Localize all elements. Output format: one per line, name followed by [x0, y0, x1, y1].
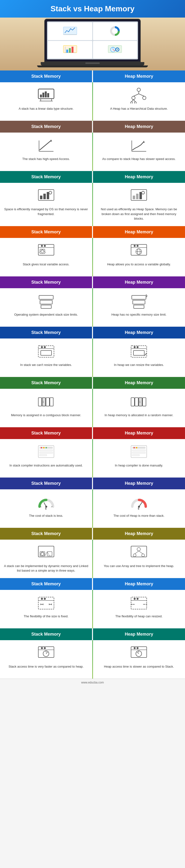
svg-text:1: 1: [139, 401, 141, 403]
left-cell-10: The flexibility of the size is fixed.: [0, 590, 92, 628]
left-header-0: Stack Memory: [0, 70, 92, 82]
svg-line-61: [43, 249, 46, 253]
svg-rect-98: [142, 398, 146, 406]
right-text-3: Heap allows you to access a variable glo…: [107, 262, 171, 267]
right-header-6: Heap Memory: [93, 377, 185, 389]
svg-point-27: [132, 96, 135, 100]
right-header-9: Heap Memory: [93, 528, 185, 539]
left-cell-3: Stack gives local variable access.: [0, 238, 92, 276]
content-row-4: Operating system dependent stack size li…: [0, 288, 185, 327]
svg-rect-110: [132, 450, 146, 451]
right-text-7: In heap compiler is done manually.: [115, 463, 163, 468]
svg-line-161: [46, 652, 48, 654]
right-cell-5: In heap we can resize the variables.: [93, 339, 185, 377]
right-cell-2: Not used as efficiently as Heap Space. M…: [93, 183, 185, 226]
left-text-9: A stack can be implemented by dynamic me…: [4, 564, 89, 573]
right-icon-2: [129, 188, 149, 205]
left-text-0: A stack has a linear data type structure…: [19, 106, 74, 111]
svg-point-158: [44, 647, 46, 649]
left-header-3: Stack Memory: [0, 226, 92, 238]
page-title: Stack vs Heap Memory: [0, 0, 185, 18]
right-cell-8: $ The cost of Heap is more than stack.: [93, 489, 185, 528]
left-icon-5: [36, 343, 56, 360]
right-icon-6: 1: [129, 394, 149, 410]
svg-text:$: $: [45, 507, 47, 510]
svg-text:$: $: [138, 507, 139, 510]
svg-point-113: [133, 447, 135, 448]
svg-line-30: [133, 100, 135, 102]
left-cell-2: Space is efficiently managed by OS so th…: [0, 183, 92, 226]
svg-rect-70: [39, 296, 53, 299]
content-row-9: A stack can be implemented by dynamic me…: [0, 539, 185, 578]
section-header-9: Stack MemoryHeap Memory: [0, 528, 185, 539]
content-row-3: Stack gives local variable access. Heap …: [0, 238, 185, 276]
content-row-11: Stack access time is very faster as comp…: [0, 640, 185, 679]
svg-point-80: [41, 346, 43, 348]
right-icon-10: [129, 595, 149, 612]
left-icon-6: 1: [36, 394, 56, 410]
svg-rect-6: [66, 50, 68, 53]
svg-point-31: [131, 102, 132, 103]
left-icon-2: [36, 188, 56, 205]
svg-line-26: [139, 94, 144, 96]
svg-line-133: [135, 551, 139, 554]
left-cell-8: $ The cost of stack is less.: [0, 489, 92, 528]
left-cell-6: 1 Memory is assigned in a contiguous blo…: [0, 389, 92, 427]
svg-rect-8: [72, 47, 74, 53]
svg-point-85: [134, 346, 136, 348]
right-icon-0: [129, 87, 149, 104]
right-text-0: A Heap has a Hierarchical Data structure…: [110, 106, 168, 111]
right-header-5: Heap Memory: [93, 327, 185, 339]
right-header-10: Heap Memory: [93, 578, 185, 590]
svg-point-57: [41, 245, 43, 247]
content-row-5: In stack we can't resize the variables. …: [0, 339, 185, 377]
right-cell-6: 1 In heap memory is allocated in a rando…: [93, 389, 185, 427]
section-header-4: Stack MemoryHeap Memory: [0, 276, 185, 288]
right-text-5: In heap we can resize the variables.: [114, 363, 164, 367]
content-row-7: In stack compiler instructions are autom…: [0, 439, 185, 477]
left-text-3: Stack gives local variable access.: [23, 262, 70, 267]
svg-rect-87: [133, 350, 144, 355]
right-icon-11: [129, 645, 149, 662]
right-cell-9: You can use Array and tree to implement …: [93, 539, 185, 578]
svg-marker-35: [50, 140, 52, 142]
section-header-1: Stack MemoryHeap Memory: [0, 121, 185, 132]
left-header-4: Stack Memory: [0, 276, 92, 288]
right-text-6: In heap memory is allocated in a random …: [105, 413, 173, 417]
left-text-5: In stack we can't resize the variables.: [20, 363, 72, 367]
right-header-11: Heap Memory: [93, 628, 185, 640]
right-header-8: Heap Memory: [93, 477, 185, 489]
svg-line-62: [39, 249, 43, 253]
svg-point-81: [44, 346, 46, 348]
left-icon-1: [36, 137, 56, 154]
content-row-6: 1 Memory is assigned in a contiguous blo…: [0, 389, 185, 427]
svg-point-139: [41, 598, 43, 600]
right-cell-10: The flexibility of heap can resized.: [93, 590, 185, 628]
svg-rect-21: [45, 91, 47, 97]
right-cell-1: As compare to stack Heap has slower spee…: [93, 132, 185, 171]
left-text-7: In stack compiler instructions are autom…: [9, 463, 83, 468]
svg-rect-72: [41, 305, 51, 308]
section-header-6: Stack MemoryHeap Memory: [0, 377, 185, 389]
svg-rect-93: [50, 398, 53, 406]
left-icon-11: [36, 645, 56, 662]
left-cell-5: In stack we can't resize the variables.: [0, 339, 92, 377]
svg-point-132: [137, 548, 140, 551]
svg-line-29: [132, 100, 133, 102]
left-cell-1: The stack has high-speed Access.: [0, 132, 92, 171]
svg-line-130: [47, 552, 50, 556]
right-text-8: The cost of Heap is more than stack.: [113, 514, 164, 518]
left-header-6: Stack Memory: [0, 377, 92, 389]
right-text-4: Heap has no specific memory size limit.: [111, 312, 166, 317]
svg-point-66: [137, 245, 138, 247]
svg-rect-103: [39, 452, 53, 454]
right-icon-1: [129, 137, 149, 154]
left-header-11: Stack Memory: [0, 628, 92, 640]
left-header-1: Stack Memory: [0, 121, 92, 132]
svg-point-32: [134, 102, 136, 103]
left-text-10: The flexibility of the size is fixed.: [24, 614, 69, 619]
section-header-3: Stack MemoryHeap Memory: [0, 226, 185, 238]
svg-rect-22: [47, 93, 49, 97]
svg-rect-40: [40, 195, 43, 199]
section-header-5: Stack MemoryHeap Memory: [0, 327, 185, 339]
